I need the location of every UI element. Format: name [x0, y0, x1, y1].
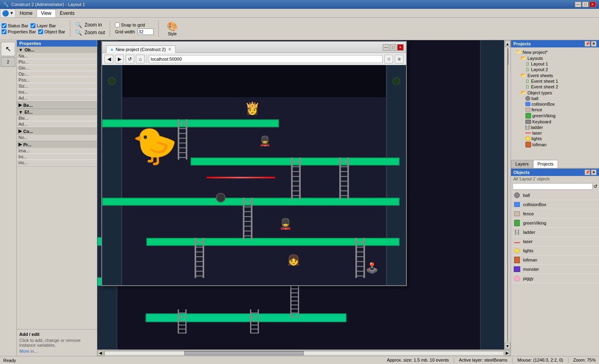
tree-object-types[interactable]: 📂 Object types: [511, 90, 599, 96]
browser-maximize[interactable]: □: [390, 44, 396, 51]
browser-forward[interactable]: ▶: [115, 55, 124, 63]
browser-home[interactable]: ⌂: [136, 55, 145, 63]
browser-close[interactable]: ✕: [397, 44, 404, 51]
layout-icon: 🗋: [525, 61, 530, 66]
hscroll-left[interactable]: ◀: [98, 350, 103, 356]
obj-collisionbox-row[interactable]: collisionBox: [511, 200, 599, 209]
properties-bar-checkbox[interactable]: Properties Bar: [2, 29, 36, 34]
game-left-wall: [102, 65, 122, 285]
file-menu-icon[interactable]: 🔵 ▼: [0, 9, 16, 18]
browser-url-input[interactable]: [149, 55, 383, 63]
obj-monster-row[interactable]: monster: [511, 265, 599, 274]
browser-tab-close[interactable]: ✕: [168, 47, 171, 51]
close-btn[interactable]: ✕: [589, 2, 596, 7]
browser-back[interactable]: ◀: [105, 55, 113, 63]
layer-bar-checkbox[interactable]: Layer Bar: [31, 23, 56, 28]
browser-tab[interactable]: ● New project (Construct 2) ✕: [106, 45, 176, 53]
obj-ball-row[interactable]: ball: [511, 191, 599, 200]
zoom-in-label[interactable]: Zoom in: [84, 22, 102, 28]
prop-section-effects-header[interactable]: ▼Ef...: [17, 109, 97, 115]
vscroll-thumb[interactable]: [508, 49, 509, 65]
folder-icon: 📁: [516, 49, 521, 55]
right-side: Projects 📌 ✕ 📁 New project* 📂 Layouts 🗋: [511, 40, 599, 356]
objects-search-input[interactable]: [513, 183, 593, 190]
maximize-btn[interactable]: □: [582, 2, 589, 7]
prop-section-props-header[interactable]: ▶Pr...: [17, 141, 97, 148]
hscroll-track[interactable]: [104, 351, 504, 356]
hscroll-thumb[interactable]: [184, 351, 304, 355]
prop-section-behav: ▶Be...: [17, 102, 97, 109]
obj-ball-icon: [525, 96, 530, 101]
canvas-vscroll[interactable]: ▲ ▼: [504, 40, 511, 350]
obj-laser-row[interactable]: laser: [511, 237, 599, 246]
menu-bar: 🔵 ▼ Home View Events: [0, 9, 599, 18]
obj-piggy-row[interactable]: piggy: [511, 274, 599, 283]
menu-view[interactable]: View: [37, 9, 56, 17]
canvas-hscroll[interactable]: ◀ ▶: [97, 350, 511, 356]
obj-fence-label: fence: [523, 211, 534, 216]
tree-fence[interactable]: fence: [511, 107, 599, 112]
canvas-inner: ● New project (Construct 2) ✕ — □ ✕: [97, 40, 511, 350]
menu-events[interactable]: Events: [56, 10, 79, 17]
ladder-4: [178, 309, 187, 333]
browser-minimize[interactable]: —: [383, 44, 389, 51]
browser-refresh[interactable]: ↺: [125, 55, 134, 63]
ladder-5: [250, 309, 259, 333]
tool-select[interactable]: ↖: [1, 42, 15, 56]
style-button[interactable]: 🎨 Style: [164, 20, 181, 37]
objects-close[interactable]: ✕: [591, 170, 597, 175]
hscroll-right[interactable]: ▶: [505, 350, 510, 356]
vscroll-up[interactable]: ▲: [505, 41, 511, 47]
tree-greenViking[interactable]: greenViking: [511, 112, 599, 119]
objects-controls[interactable]: 📌 ✕: [585, 170, 597, 175]
title-bar-controls[interactable]: — □ ✕: [575, 2, 596, 7]
status-bar-checkbox[interactable]: Status Bar: [2, 23, 28, 28]
projects-pin[interactable]: 📌: [585, 41, 590, 47]
tree-laser[interactable]: laser: [511, 130, 599, 136]
tree-item-label: Layouts: [527, 56, 543, 61]
prop-section-collision-header[interactable]: ▶Co...: [17, 128, 97, 135]
object-bar-checkbox[interactable]: Object Bar: [38, 29, 65, 34]
obj-lights-row[interactable]: lights: [511, 246, 599, 256]
prop-section-behav-header[interactable]: ▶Be...: [17, 102, 97, 108]
obj-ball-label: ball: [523, 193, 530, 198]
obj-fence-row[interactable]: fence: [511, 209, 599, 219]
zoom-out-label[interactable]: Zoom out: [84, 30, 105, 35]
tree-lofiman[interactable]: lofiman: [511, 141, 599, 148]
tree-collision-box[interactable]: collisionBox: [511, 101, 599, 107]
obj-greenviking-row[interactable]: greenViking: [511, 219, 599, 228]
tree-event2[interactable]: 🗋 Event sheet 2: [511, 84, 599, 90]
toolbar-sep-2: [110, 21, 110, 37]
browser-win-controls: — □ ✕: [383, 44, 404, 51]
vscroll-down[interactable]: ▼: [505, 343, 511, 349]
snap-to-grid-checkbox[interactable]: Snap to grid: [115, 22, 145, 27]
tree-event1[interactable]: 🗋 Event sheet 1: [511, 78, 599, 84]
tab-layers[interactable]: Layers: [511, 160, 533, 168]
browser-bookmark[interactable]: ☆: [384, 55, 393, 63]
tree-layouts[interactable]: 📂 Layouts: [511, 55, 599, 61]
tree-lights[interactable]: lights: [511, 136, 599, 141]
tree-ladder[interactable]: ladder: [511, 125, 599, 130]
projects-controls[interactable]: 📌 ✕: [585, 41, 597, 47]
canvas-content[interactable]: ● New project (Construct 2) ✕ — □ ✕: [97, 40, 504, 350]
vscroll-track[interactable]: [507, 48, 508, 342]
minimize-btn[interactable]: —: [575, 2, 581, 7]
objects-refresh-icon[interactable]: ↺: [593, 184, 597, 189]
tree-keyboard[interactable]: Keyboard: [511, 119, 599, 125]
obj-lofiman-row[interactable]: lofiman: [511, 256, 599, 265]
tool-number[interactable]: 2: [1, 57, 15, 67]
tab-projects[interactable]: Projects: [533, 160, 558, 168]
prop-section-obj-header[interactable]: ▼Ob...: [17, 47, 97, 53]
grid-width-input[interactable]: [137, 29, 154, 35]
objects-pin[interactable]: 📌: [585, 170, 590, 175]
tree-new-project[interactable]: 📁 New project*: [511, 49, 599, 55]
tree-event-sheets[interactable]: 📂 Event sheets: [511, 72, 599, 78]
zoom-in-row: 🔍 Zoom in: [75, 22, 105, 28]
obj-ladder-row[interactable]: ladder: [511, 228, 599, 237]
browser-menu[interactable]: ≡: [395, 55, 404, 63]
menu-home[interactable]: Home: [16, 10, 37, 17]
tree-layout2[interactable]: 🗋 Layout 2: [511, 67, 599, 72]
projects-close[interactable]: ✕: [591, 41, 597, 47]
tree-ball[interactable]: ball: [511, 96, 599, 101]
tree-layout1[interactable]: 🗋 Layout 1: [511, 61, 599, 67]
